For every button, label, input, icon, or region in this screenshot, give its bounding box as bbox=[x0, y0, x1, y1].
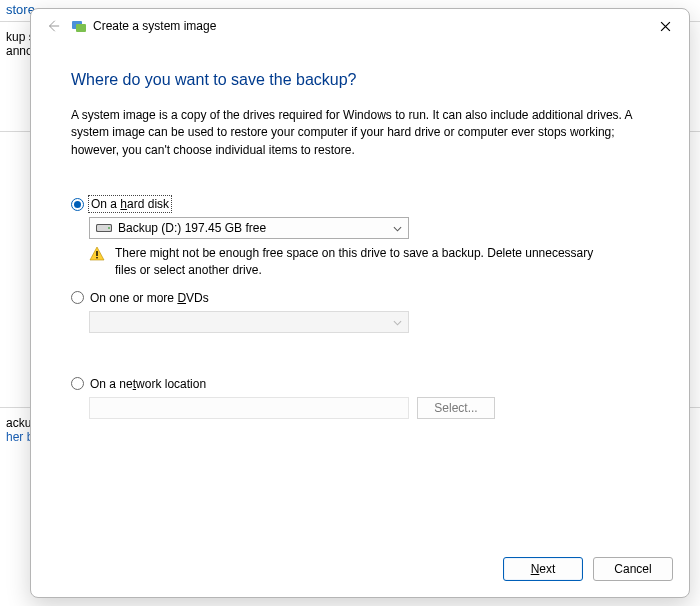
radio-network[interactable] bbox=[71, 377, 84, 390]
warning-icon bbox=[89, 246, 105, 279]
dialog-titlebar: Create a system image bbox=[31, 9, 689, 43]
svg-rect-1 bbox=[76, 24, 86, 32]
warning-row: There might not be enough free space on … bbox=[89, 245, 609, 279]
option-hard-disk: On a hard disk Backup (D:) 197.45 GB fre… bbox=[71, 197, 657, 279]
page-description: A system image is a copy of the drives r… bbox=[71, 107, 657, 159]
hard-disk-dropdown[interactable]: Backup (D:) 197.45 GB free bbox=[89, 217, 409, 239]
cancel-button[interactable]: Cancel bbox=[593, 557, 673, 581]
system-image-icon bbox=[71, 18, 87, 34]
select-network-button: Select... bbox=[417, 397, 495, 419]
option-dvd: On one or more DVDs bbox=[71, 291, 657, 365]
network-location-input bbox=[89, 397, 409, 419]
radio-dvd-label[interactable]: On one or more DVDs bbox=[90, 291, 209, 305]
chevron-down-icon bbox=[389, 315, 405, 329]
close-button[interactable] bbox=[645, 12, 685, 40]
dialog-title: Create a system image bbox=[93, 19, 216, 33]
dialog-content: Where do you want to save the backup? A … bbox=[31, 43, 689, 549]
close-icon bbox=[660, 21, 671, 32]
svg-point-4 bbox=[108, 227, 110, 229]
dialog-footer: Next Cancel bbox=[31, 549, 689, 597]
hard-disk-selection: Backup (D:) 197.45 GB free bbox=[118, 221, 266, 235]
radio-network-label[interactable]: On a network location bbox=[90, 377, 206, 391]
create-system-image-dialog: Create a system image Where do you want … bbox=[30, 8, 690, 598]
dvd-dropdown bbox=[89, 311, 409, 333]
radio-hard-disk-label[interactable]: On a hard disk bbox=[90, 197, 170, 211]
page-heading: Where do you want to save the backup? bbox=[71, 71, 657, 89]
radio-dvd[interactable] bbox=[71, 291, 84, 304]
warning-text: There might not be enough free space on … bbox=[115, 245, 609, 279]
chevron-down-icon bbox=[389, 221, 405, 235]
radio-hard-disk[interactable] bbox=[71, 198, 84, 211]
hard-drive-icon bbox=[96, 223, 112, 233]
next-button[interactable]: Next bbox=[503, 557, 583, 581]
back-button[interactable] bbox=[41, 14, 65, 38]
svg-rect-5 bbox=[96, 251, 97, 256]
option-network: On a network location Select... bbox=[71, 377, 657, 419]
back-arrow-icon bbox=[46, 19, 60, 33]
svg-rect-6 bbox=[96, 257, 97, 258]
